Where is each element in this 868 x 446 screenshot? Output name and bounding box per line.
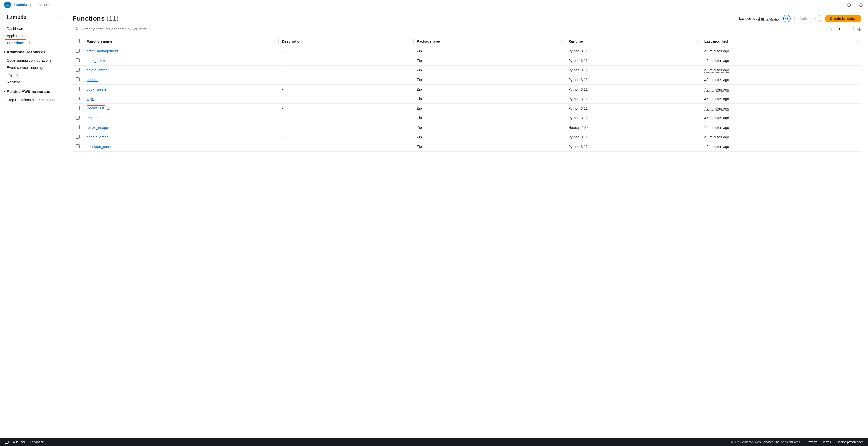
row-checkbox[interactable] <box>76 87 80 91</box>
cell-runtime: Python 3.11 <box>565 56 702 66</box>
sidebar-collapse-button[interactable] <box>57 16 60 20</box>
sidebar: Lambda Dashboard Applications Functions … <box>0 10 66 438</box>
cell-package: Zip <box>413 75 565 85</box>
function-link[interactable]: login <box>87 97 94 101</box>
search-icon <box>75 27 79 31</box>
breadcrumb-bar: Lambda › Functions <box>0 0 868 10</box>
cell-package: Zip <box>413 46 565 56</box>
cookie-preferences-link[interactable]: Cookie preferences <box>836 440 863 444</box>
function-link[interactable]: confirm <box>87 78 98 82</box>
col-label: Last modified <box>705 39 728 43</box>
row-checkbox[interactable] <box>76 58 80 62</box>
cell-description: - <box>279 94 413 104</box>
caret-down-icon: ▼ <box>3 90 6 93</box>
table-row: resize_image - Zip Node.js 20.x 46 minut… <box>72 123 861 132</box>
notifications-icon[interactable] <box>858 2 864 8</box>
footer-left: CloudShell Feedback <box>5 440 44 444</box>
row-checkbox[interactable] <box>76 144 80 148</box>
cell-description: - <box>279 46 413 56</box>
row-checkbox[interactable] <box>76 68 80 72</box>
sort-icon[interactable]: ▽ <box>274 40 276 43</box>
row-checkbox[interactable] <box>76 77 80 81</box>
table-settings-button[interactable] <box>857 27 861 31</box>
col-function-name[interactable]: Function name ▽ <box>84 36 279 46</box>
cell-package: Zip <box>413 85 565 94</box>
sidebar-item-event-mappings[interactable]: Event source mappings <box>0 64 66 71</box>
cell-description: - <box>279 113 413 123</box>
col-description[interactable]: Description ▽ <box>279 36 413 46</box>
row-checkbox[interactable] <box>76 97 80 100</box>
col-last-modified[interactable]: Last modified ▽ <box>702 36 861 46</box>
row-checkbox[interactable] <box>76 116 80 119</box>
chevron-left-icon <box>830 28 833 31</box>
privacy-link[interactable]: Privacy <box>807 440 816 444</box>
cell-runtime: Python 3.11 <box>565 85 702 94</box>
sidebar-item-layers[interactable]: Layers <box>0 71 66 78</box>
section-title: Related AWS resources <box>7 89 50 94</box>
sort-icon[interactable]: ▽ <box>560 40 562 43</box>
sidebar-item-dashboard[interactable]: Dashboard <box>0 25 66 32</box>
cloudshell-button[interactable]: CloudShell <box>5 440 25 444</box>
function-link[interactable]: book_delete <box>87 59 106 63</box>
create-function-button[interactable]: Create function <box>825 15 861 23</box>
nav-toggle-button[interactable] <box>4 2 11 8</box>
caret-down-icon: ▼ <box>3 50 6 54</box>
function-link[interactable]: register <box>87 116 99 120</box>
cell-modified: 46 minutes ago <box>705 116 729 120</box>
cell-description: - <box>279 104 413 113</box>
row-checkbox[interactable] <box>76 49 80 53</box>
col-label: Description <box>282 39 302 43</box>
cell-runtime: Node.js 20.x <box>565 123 702 132</box>
sidebar-item-functions[interactable]: Functions <box>5 39 26 46</box>
function-link[interactable]: order_management <box>87 49 118 53</box>
sort-icon[interactable]: ▽ <box>857 40 858 43</box>
sidebar-item-replicas[interactable]: Replicas <box>0 78 66 86</box>
section-additional-resources[interactable]: ▼ Additional resources <box>0 47 66 56</box>
sidebar-item-step-functions[interactable]: Step Functions state machines <box>0 96 66 103</box>
table-row: delete_order - Zip Python 3.11 46 minute… <box>72 66 861 75</box>
feedback-link[interactable]: Feedback <box>30 440 44 444</box>
section-related-resources[interactable]: ▼ Related AWS resources <box>0 87 66 95</box>
sort-icon[interactable]: ▽ <box>409 40 410 43</box>
search-input[interactable] <box>72 25 224 33</box>
function-link[interactable]: handle_order <box>87 135 108 139</box>
breadcrumb-separator: › <box>30 3 32 7</box>
refresh-button[interactable] <box>783 15 791 23</box>
sidebar-item-applications[interactable]: Applications <box>0 32 66 39</box>
page-prev-button[interactable] <box>829 27 834 32</box>
row-checkbox[interactable] <box>76 106 80 110</box>
gear-icon <box>857 27 861 31</box>
cell-runtime: Python 3.11 <box>565 94 702 104</box>
sort-icon[interactable]: ▽ <box>696 40 698 43</box>
cell-description: - <box>279 75 413 85</box>
main-content: Functions (11) Last fetched 2 minutes ag… <box>66 10 868 438</box>
col-runtime[interactable]: Runtime ▽ <box>565 36 702 46</box>
terms-link[interactable]: Terms <box>822 440 831 444</box>
page-title-count: (11) <box>106 14 118 22</box>
cell-description: - <box>279 66 413 75</box>
topbar-right <box>846 2 864 8</box>
cloudshell-icon <box>5 440 9 444</box>
select-all-checkbox[interactable] <box>76 39 80 43</box>
row-checkbox[interactable] <box>76 125 80 129</box>
cell-modified: 46 minutes ago <box>705 78 729 82</box>
function-link[interactable]: checkout_order <box>87 144 112 149</box>
sidebar-item-code-signing[interactable]: Code signing configurations <box>0 57 66 64</box>
table-row: handle_order - Zip Python 3.11 46 minute… <box>72 132 861 142</box>
breadcrumb-root-link[interactable]: Lambda <box>14 3 27 7</box>
info-icon[interactable] <box>846 2 852 8</box>
row-checkbox[interactable] <box>76 135 80 139</box>
col-package-type[interactable]: Package type ▽ <box>413 36 565 46</box>
nav-additional: Code signing configurations Event source… <box>0 56 66 87</box>
cell-modified: 46 minutes ago <box>705 68 729 72</box>
page-next-button[interactable] <box>844 27 850 32</box>
function-link[interactable]: resize_image <box>87 126 108 130</box>
function-link[interactable]: delete_order <box>87 68 107 72</box>
function-link[interactable]: book_create <box>87 87 106 91</box>
create-function-label: Create function <box>830 16 857 21</box>
cell-description: - <box>279 123 413 132</box>
cell-package: Zip <box>413 94 565 104</box>
actions-dropdown[interactable]: Actions ▼ <box>795 15 821 23</box>
function-link[interactable]: books_list <box>87 105 105 111</box>
cell-runtime: Python 3.11 <box>565 75 702 85</box>
